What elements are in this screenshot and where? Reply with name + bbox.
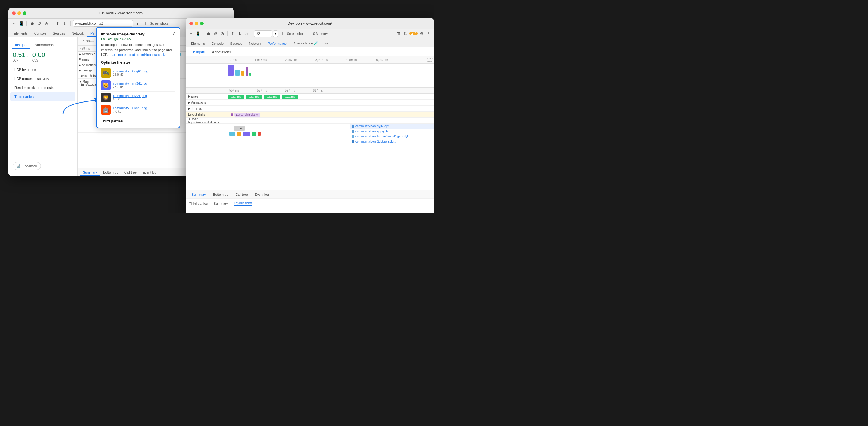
download-icon[interactable]: ⬇ [62,21,68,26]
tab-elements-front[interactable]: Elements [188,40,208,47]
bottom-tabs-front: Summary Bottom-up Call tree Event log [186,190,434,198]
cursor-icon[interactable]: ⌖ [11,21,17,26]
tab-ai-front[interactable]: AI assistance 🧪 [290,40,321,47]
tab-more-front[interactable]: >> [321,40,331,47]
node-item-3[interactable]: communityIcon_hlczkoi3mr3d1.jpg (styl... [350,134,434,139]
tab-console-back[interactable]: Console [31,30,49,37]
insight-render-blocking[interactable]: Render blocking requests [10,84,75,92]
popup-file-3: 🦁 communityl...bj221.png 8.5 kB [101,92,176,104]
tab-insights-front[interactable]: Insights [189,49,208,56]
device-icon[interactable]: 📱 [18,21,24,26]
frame-val-2: 16.7 ms [246,95,262,99]
bottom-tab-eventlog-back[interactable]: Event log [140,169,159,176]
memory-cb-front[interactable] [309,32,312,35]
ruler-front-3: 3,997 ms [315,58,328,62]
popup-close-button[interactable]: ∧ [171,30,177,36]
dropdown-icon[interactable]: ▾ [134,21,140,26]
insights-tabs-front: Insights Annotations [186,47,434,57]
minimize-button-front[interactable] [195,22,198,25]
screenshots-cb-front[interactable] [282,32,286,35]
screenshots-label: Screenshots [146,22,168,25]
popup-file-link-4[interactable]: communityl...6kr21.png [113,106,147,110]
node-item-2[interactable]: communityIcon_qqtvyeb0b... [350,129,434,134]
tab-annotations-back[interactable]: Annotations [32,42,57,49]
insight-lcp-by-phase[interactable]: LCP by phase [10,65,75,74]
bottom-tab-summary-back[interactable]: Summary [80,169,100,176]
task-spacer [186,124,228,160]
device-icon-front[interactable]: 📱 [195,31,201,37]
label-animations-front: ▶ Animations [186,101,228,104]
lcp-label: LCP [12,59,28,62]
minimize-button-back[interactable] [18,11,21,15]
close-button-front[interactable] [189,22,193,25]
record-icon[interactable]: ⏺ [29,21,35,26]
memory-checkbox[interactable] [172,22,176,25]
bottom-tab-bottomup-front[interactable]: Bottom-up [209,192,232,198]
gear-icon-front[interactable]: ⚙ [418,31,425,37]
clear-icon-front[interactable]: ⊘ [219,31,225,37]
tab-sources-back[interactable]: Sources [50,30,68,37]
separator2 [52,21,52,26]
timings-content [228,106,434,111]
bottom-tab-summary-front[interactable]: Summary [188,192,209,198]
insight-lcp-request[interactable]: LCP request discovery [10,74,75,83]
throttle-icon-front[interactable]: ⇅ [402,31,408,37]
maximize-button-front[interactable] [200,22,204,25]
dropdown-btn-front[interactable]: ▾ [273,30,278,37]
home-icon-front[interactable]: ⌂ [244,31,250,37]
download-icon-front[interactable]: ⬇ [237,31,243,37]
cursor-icon-front[interactable]: ⌖ [188,31,194,37]
tab-elements-back[interactable]: Elements [11,30,31,37]
more-icon-front[interactable]: ⋮ [426,31,431,37]
layout-icon-front[interactable]: ⊞ [395,31,401,37]
insight-third-parties[interactable]: Third parties [10,93,75,101]
tab-console-front[interactable]: Console [209,40,226,47]
cls-value: 0.00 [32,51,45,59]
insights-tabs-back: Insights Annotations [8,40,77,49]
refresh-icon[interactable]: ↺ [36,21,42,26]
maximize-button-back[interactable] [23,11,26,15]
close-button-back[interactable] [12,11,16,15]
popup-file-link-2[interactable]: communityl...mr3d1.jpg [113,81,147,85]
lcp-value: 0.51s [12,51,28,59]
bi-third-parties[interactable]: Third parties [189,202,208,205]
tab-insights-back[interactable]: Insights [12,42,30,49]
url-input-back[interactable] [73,20,133,27]
url-input-front[interactable] [254,30,272,37]
popup-learn-more-link[interactable]: Learn more about optimizing image size [109,53,167,57]
frame-val-4: 17.1 ms [282,95,298,99]
layout-shift-dot [231,113,233,116]
tab-performance-front[interactable]: Performance [265,40,290,47]
popup-section-title: Optimize file size [101,60,176,65]
titlebar-front: DevTools - www.reddit.com/ [186,18,434,29]
popup-file-link-3[interactable]: communityl...bj221.png [113,94,147,98]
upload-icon[interactable]: ⬆ [55,21,61,26]
main-content [228,118,434,123]
refresh-icon-front[interactable]: ↺ [212,31,218,37]
bottom-tab-calltree-front[interactable]: Call tree [232,192,251,198]
record-icon-front[interactable]: ⏺ [206,31,212,37]
bottom-tab-bottomup-back[interactable]: Bottom-up [100,169,121,176]
popup-thumb-1: 🎮 [101,68,111,78]
node-item-1[interactable]: communityIcon_9yj66cjf8... [350,124,434,129]
tab-annotations-front[interactable]: Annotations [209,49,234,56]
subtask-3 [243,132,250,136]
bi-summary[interactable]: Summary [214,202,228,205]
popup-thumb-4: 🤖 [101,105,111,115]
feedback-button[interactable]: 🔬 Feedback [12,162,41,170]
popup-file-link-1[interactable]: communityl...8oq61.png [113,69,148,73]
sep2-front [227,31,228,36]
tab-network-back[interactable]: Network [69,30,87,37]
screenshots-checkbox[interactable] [146,22,149,25]
feedback-icon: 🔬 [17,164,21,168]
node-item-4[interactable]: communityIcon_2cbkzwfs6kr... [350,139,434,144]
tab-network-front[interactable]: Network [246,40,264,47]
clear-icon[interactable]: ⊘ [43,21,50,26]
bottom-tab-calltree-back[interactable]: Call tree [121,169,140,176]
node-bullet-3 [352,135,354,138]
bottom-tab-eventlog-front[interactable]: Event log [251,192,273,198]
upload-icon-front[interactable]: ⬆ [230,31,236,37]
bi-layout-shifts[interactable]: Layout shifts [234,201,252,206]
settings-area: ⊞ ⇅ ▲ 4 ⚙ ⋮ [395,31,431,37]
tab-sources-front[interactable]: Sources [227,40,245,47]
